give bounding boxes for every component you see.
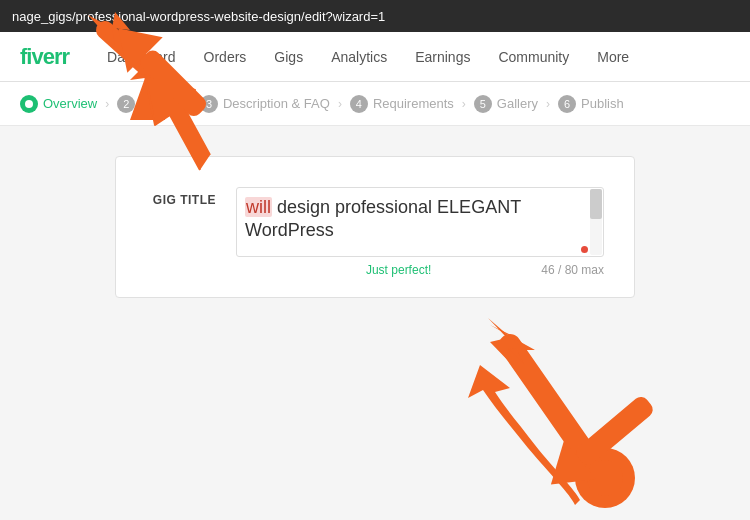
nav-item-orders[interactable]: Orders: [204, 49, 247, 65]
wizard-step-pricing[interactable]: 2 Pricing: [117, 95, 180, 113]
step-num-4: 4: [350, 95, 368, 113]
step-label-publish: Publish: [581, 96, 624, 111]
scrollbar-thumb[interactable]: [590, 189, 602, 219]
gig-form-panel: GIG TITLE will design professional ELEGA…: [115, 156, 635, 298]
step-label-requirements: Requirements: [373, 96, 454, 111]
step-label-description: Description & FAQ: [223, 96, 330, 111]
step-num-3: 3: [200, 95, 218, 113]
url-text: nage_gigs/professional-wordpress-website…: [12, 9, 385, 24]
step-label-gallery: Gallery: [497, 96, 538, 111]
nav-item-dashboard[interactable]: Dashboard: [107, 49, 176, 65]
gig-title-label: GIG TITLE: [146, 187, 216, 207]
nav-item-gigs[interactable]: Gigs: [274, 49, 303, 65]
svg-point-0: [25, 100, 33, 108]
scrollbar-track: [590, 189, 602, 255]
nav-item-more[interactable]: More: [597, 49, 629, 65]
step-label-pricing: Pricing: [140, 96, 180, 111]
gig-title-input-wrapper: will design professional ELEGANT WordPre…: [236, 187, 604, 257]
chevron-2: ›: [188, 97, 192, 111]
gig-title-row: GIG TITLE will design professional ELEGA…: [146, 187, 604, 257]
chevron-1: ›: [105, 97, 109, 111]
form-footer: Just perfect! 46 / 80 max: [146, 263, 604, 277]
step-num-5: 5: [474, 95, 492, 113]
step-num-1: [20, 95, 38, 113]
main-content: GIG TITLE will design professional ELEGA…: [0, 126, 750, 520]
wizard-step-publish[interactable]: 6 Publish: [558, 95, 624, 113]
url-bar: nage_gigs/professional-wordpress-website…: [0, 0, 750, 32]
wizard-breadcrumb: Overview › 2 Pricing › 3 Description & F…: [0, 82, 750, 126]
nav-bar: fiverr Dashboard Orders Gigs Analytics E…: [0, 32, 750, 82]
char-count: 46 / 80 max: [541, 263, 604, 277]
chevron-5: ›: [546, 97, 550, 111]
wizard-step-description[interactable]: 3 Description & FAQ: [200, 95, 330, 113]
fiverr-logo[interactable]: fiverr: [20, 44, 69, 70]
red-dot-indicator: [581, 246, 588, 253]
form-hint: Just perfect!: [366, 263, 431, 277]
gig-title-highlight: will: [245, 197, 272, 217]
nav-item-analytics[interactable]: Analytics: [331, 49, 387, 65]
wizard-step-overview[interactable]: Overview: [20, 95, 97, 113]
gig-title-input[interactable]: will design professional ELEGANT WordPre…: [236, 187, 604, 257]
nav-item-earnings[interactable]: Earnings: [415, 49, 470, 65]
gig-title-rest: design professional ELEGANT WordPress: [245, 197, 521, 240]
step-num-2: 2: [117, 95, 135, 113]
step-label-overview: Overview: [43, 96, 97, 111]
wizard-step-gallery[interactable]: 5 Gallery: [474, 95, 538, 113]
step-num-6: 6: [558, 95, 576, 113]
chevron-4: ›: [462, 97, 466, 111]
wizard-step-requirements[interactable]: 4 Requirements: [350, 95, 454, 113]
chevron-3: ›: [338, 97, 342, 111]
nav-item-community[interactable]: Community: [498, 49, 569, 65]
